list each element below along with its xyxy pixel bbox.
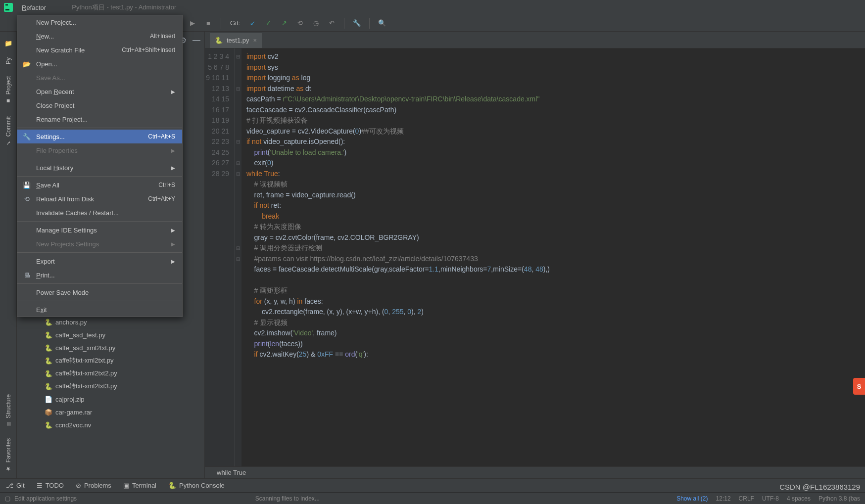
menu-item-save-as: Save As... [17,71,182,85]
folder-icon: 📂 [22,59,31,68]
chevron-right-icon: ▶ [171,165,175,171]
problems-icon: ⊘ [76,482,81,489]
editor-tabbar: 🐍 test1.py × [205,32,865,48]
menu-item-invalidate-caches-restart[interactable]: Invalidate Caches / Restart... [17,206,182,220]
status-interp[interactable]: Python 3.8 (bas [818,495,860,502]
stop-button[interactable]: ■ [204,19,213,28]
tree-file[interactable]: 🐍caffe转txt-xml2txt.py [45,354,204,367]
py-file-icon: 🐍 [45,369,52,377]
py-file-icon: 🐍 [45,344,52,352]
bottom-tab-python-console[interactable]: 🐍Python Console [168,482,225,489]
right-gutter-badge[interactable]: S [853,378,865,395]
save-icon: 💾 [22,181,31,189]
fold-column[interactable]: ⊟⊟⊟⊟⊟⊟⊟ [235,48,241,466]
menu-item-close-project[interactable]: Close Project [17,98,182,112]
python-file-icon: 🐍 [215,37,223,44]
rail-tab-project[interactable]: ■Project [5,76,12,104]
line-gutter[interactable]: 1 2 3 4 5 6 7 8 9 10 11 12 13 14 15 16 1… [205,48,235,466]
ide-logo-icon [0,0,17,15]
menu-item-new-scratch-file[interactable]: New Scratch FileCtrl+Alt+Shift+Insert [17,43,182,57]
menu-item-open-recent[interactable]: Open Recent▶ [17,85,182,98]
python-console-icon: 🐍 [168,482,176,489]
menu-item-rename-project[interactable]: Rename Project... [17,112,182,126]
editor-tab[interactable]: 🐍 test1.py × [210,33,262,48]
bottom-tab-git[interactable]: ⎇Git [6,482,25,489]
menu-item-manage-ide-settings[interactable]: Manage IDE Settings▶ [17,223,182,237]
code-editor[interactable]: import cv2 import sys import logging as … [241,48,865,466]
tree-file[interactable]: 🐍ccnd2voc.nv [45,418,204,431]
folder-collapsed-icon[interactable]: 📁 [3,38,14,48]
rar-file-icon: 📦 [45,408,52,416]
chevron-right-icon: ▶ [171,241,175,247]
tree-file[interactable]: 🐍caffe转txt-xml2txt2.py [45,367,204,380]
menu-item-exit[interactable]: Exit [17,303,182,317]
status-square-icon[interactable]: ▢ [5,495,10,502]
menu-item-open[interactable]: 📂Open... [17,57,182,71]
rail-top-label[interactable]: Py [5,57,12,64]
menu-item-save-all[interactable]: 💾Save AllCtrl+S [17,178,182,192]
search-icon[interactable]: 🔍 [378,19,386,28]
status-indent[interactable]: 4 spaces [787,495,811,502]
bottom-toolbar: ⎇Git☰TODO⊘Problems▣Terminal🐍Python Conso… [0,478,865,492]
tree-file[interactable]: 🐍caffe转txt-xml2txt3.py [45,380,204,393]
menu-item-power-save-mode[interactable]: Power Save Mode [17,285,182,299]
reload-icon: ⟲ [22,194,31,203]
menu-item-print[interactable]: 🖶Print... [17,268,182,282]
status-cursor[interactable]: 12:12 [716,495,731,502]
bottom-tab-todo[interactable]: ☰TODO [37,482,64,489]
tree-file[interactable]: 📦car-game.rar [45,406,204,418]
wrench-icon[interactable]: 🔧 [352,19,361,28]
chevron-right-icon: ▶ [171,89,175,94]
print-icon: 🖶 [22,271,31,279]
menu-item-export[interactable]: Export▶ [17,254,182,268]
clock-icon[interactable]: ◷ [311,19,320,28]
tree-file[interactable]: 🐍anchors.py [45,316,204,328]
rail-tab-favorites[interactable]: ★Favorites [5,438,12,472]
status-indexing: Scanning files to index... [255,495,320,502]
tree-file[interactable]: 🐍caffe_ssd_test.py [45,328,204,341]
svg-rect-1 [5,4,8,5]
todo-icon: ☰ [37,482,43,489]
rail-tab-commit[interactable]: ✓Commit [5,116,12,146]
chevron-right-icon: ▶ [171,148,175,153]
run-button[interactable]: ▶ [188,19,197,28]
py-file-icon: 🐍 [45,318,52,326]
git-history-icon[interactable]: ⟲ [295,19,304,28]
bottom-tab-terminal[interactable]: ▣Terminal [123,482,156,489]
status-encoding[interactable]: UTF-8 [762,495,779,502]
close-icon[interactable]: × [253,37,257,44]
menu-item-file-properties: File Properties▶ [17,143,182,157]
breadcrumb[interactable]: while True [205,466,865,478]
status-hint: Edit application settings [14,495,77,502]
editor-area: 🐍 test1.py × 1 2 3 4 5 6 7 8 9 10 11 12 … [205,32,865,478]
zip-file-icon: 📄 [45,395,52,403]
chevron-right-icon: ▶ [171,228,175,233]
menu-item-new-project[interactable]: New Project... [17,15,182,29]
menu-item-new-projects-settings: New Projects Settings▶ [17,237,182,251]
status-crlf[interactable]: CRLF [739,495,754,502]
menu-refactor[interactable]: Refactor [17,0,52,15]
py-file-icon: 🐍 [45,331,52,339]
py-file-icon: 🐍 [45,382,52,390]
menu-item-reload-all-from-disk[interactable]: ⟲Reload All from DiskCtrl+Alt+Y [17,192,182,206]
svg-rect-0 [4,3,13,12]
git-icon: ⎇ [6,482,13,489]
status-show-all[interactable]: Show all (2) [676,495,708,502]
menu-item-local-history[interactable]: Local History▶ [17,161,182,175]
undo-icon[interactable]: ↶ [327,19,336,28]
left-tool-rail: 📁 Py ■Project ✓Commit ≣Structure ★Favori… [0,32,17,478]
file-menu-dropdown: New Project...New...Alt+InsertNew Scratc… [17,15,183,317]
git-commit-icon[interactable]: ✓ [264,19,273,28]
panel-minimize-icon[interactable]: — [192,36,200,45]
bottom-tab-problems[interactable]: ⊘Problems [76,482,111,489]
tab-label: test1.py [227,37,249,44]
statusbar: ▢ Edit application settings Scanning fil… [0,492,865,504]
git-pull-icon[interactable]: ↙ [248,19,257,28]
git-push-icon[interactable]: ↗ [280,19,288,28]
tree-file[interactable]: 📄cajproj.zip [45,393,204,406]
py-file-icon: 🐍 [45,421,52,429]
rail-tab-structure[interactable]: ≣Structure [5,394,12,426]
tree-file[interactable]: 🐍caffe_ssd_xml2txt.py [45,341,204,354]
menu-item-new[interactable]: New...Alt+Insert [17,29,182,43]
menu-item-settings[interactable]: 🔧Settings...Ctrl+Alt+S [17,130,182,143]
